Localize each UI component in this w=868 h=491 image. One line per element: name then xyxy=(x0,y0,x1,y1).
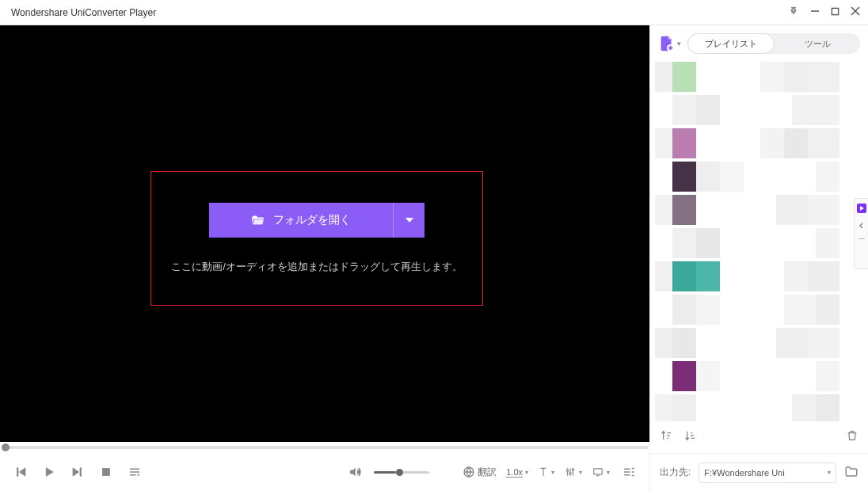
pin-icon[interactable] xyxy=(788,6,799,19)
tab-playlist[interactable]: プレイリスト xyxy=(687,33,775,54)
aspect-ratio-button[interactable]: ▾ xyxy=(592,466,610,478)
svg-point-14 xyxy=(572,469,573,470)
player-pane: フォルダを開く ここに動画/オーディオを追加またはドラッグして再生します。 xyxy=(0,25,649,491)
equalizer-icon xyxy=(564,466,577,478)
open-folder-group: フォルダを開く xyxy=(209,203,424,238)
drop-zone-highlight: フォルダを開く ここに動画/オーディオを追加またはドラッグして再生します。 xyxy=(150,171,483,306)
controls-bar: 翻訳 1.0x ▾ ▾ ▾ ▾ xyxy=(0,453,649,491)
close-icon[interactable] xyxy=(851,6,860,18)
titlebar: Wondershare UniConverter Player xyxy=(0,0,868,25)
sort-desc-button[interactable] xyxy=(683,429,696,445)
main-content: フォルダを開く ここに動画/オーディオを追加またはドラッグして再生します。 xyxy=(0,25,868,491)
video-area[interactable]: フォルダを開く ここに動画/オーディオを追加またはドラッグして再生します。 xyxy=(0,25,649,442)
volume-slider[interactable] xyxy=(374,471,429,474)
svg-point-13 xyxy=(569,473,571,474)
screen-icon xyxy=(592,466,604,478)
list-item[interactable] xyxy=(655,394,863,421)
progress-track[interactable] xyxy=(2,446,648,449)
delete-button[interactable] xyxy=(846,429,858,445)
float-arrow-icon[interactable] xyxy=(857,221,866,230)
audio-tune-button[interactable]: ▾ xyxy=(564,466,582,478)
volume-button[interactable] xyxy=(345,462,364,481)
list-item[interactable] xyxy=(655,228,863,258)
list-item[interactable] xyxy=(655,295,863,325)
output-row: 出力先: F:¥Wondershare Uni ▾ xyxy=(650,453,868,491)
list-item[interactable] xyxy=(655,328,863,358)
settings-list-button[interactable] xyxy=(619,462,638,481)
sidebar-tabs: プレイリスト ツール xyxy=(687,33,860,54)
svg-rect-1 xyxy=(832,8,838,14)
open-folder-dropdown[interactable] xyxy=(393,203,424,238)
svg-rect-15 xyxy=(594,469,603,474)
progress-thumb[interactable] xyxy=(2,443,10,451)
window-controls xyxy=(788,6,860,19)
side-actions xyxy=(650,421,868,453)
drop-hint-text: ここに動画/オーディオを追加またはドラッグして再生します。 xyxy=(171,260,463,274)
list-item[interactable] xyxy=(655,62,863,92)
float-dash-icon xyxy=(858,238,865,239)
next-button[interactable] xyxy=(68,462,87,481)
chevron-down-icon xyxy=(405,218,413,223)
list-item[interactable] xyxy=(655,261,863,291)
minimize-icon[interactable] xyxy=(810,6,820,18)
previous-button[interactable] xyxy=(11,462,30,481)
stop-button[interactable] xyxy=(97,462,116,481)
playlist-toggle-button[interactable] xyxy=(125,462,144,481)
add-file-icon xyxy=(658,35,676,52)
list-item[interactable] xyxy=(655,128,863,158)
output-path-select[interactable]: F:¥Wondershare Uni ▾ xyxy=(699,462,836,483)
side-header: ▾ プレイリスト ツール xyxy=(650,25,868,62)
playlist-area xyxy=(650,62,868,421)
list-item[interactable] xyxy=(655,195,863,225)
open-output-folder-button[interactable] xyxy=(844,465,858,481)
side-float-panel[interactable] xyxy=(854,198,868,269)
window-title: Wondershare UniConverter Player xyxy=(11,7,788,18)
list-item[interactable] xyxy=(655,95,863,125)
add-file-button[interactable]: ▾ xyxy=(658,35,681,52)
text-style-button[interactable]: ▾ xyxy=(538,466,554,478)
sort-asc-button[interactable] xyxy=(660,429,672,445)
list-item[interactable] xyxy=(655,162,863,192)
side-pane: ▾ プレイリスト ツール 出力先: xyxy=(649,25,868,491)
translate-button[interactable]: 翻訳 xyxy=(463,466,497,479)
maximize-icon[interactable] xyxy=(831,6,839,18)
text-icon xyxy=(538,466,549,478)
tab-tools[interactable]: ツール xyxy=(775,33,860,54)
output-label: 出力先: xyxy=(660,466,691,479)
list-item[interactable] xyxy=(655,361,863,391)
open-folder-label: フォルダを開く xyxy=(273,213,351,227)
svg-rect-4 xyxy=(103,469,110,476)
progress-bar[interactable] xyxy=(0,442,649,453)
folder-open-icon xyxy=(251,215,265,226)
play-button[interactable] xyxy=(40,462,59,481)
translate-icon xyxy=(463,466,475,478)
svg-point-12 xyxy=(566,470,568,471)
float-app-icon xyxy=(857,204,866,213)
speed-button[interactable]: 1.0x ▾ xyxy=(506,467,528,478)
open-folder-button[interactable]: フォルダを開く xyxy=(209,203,393,238)
